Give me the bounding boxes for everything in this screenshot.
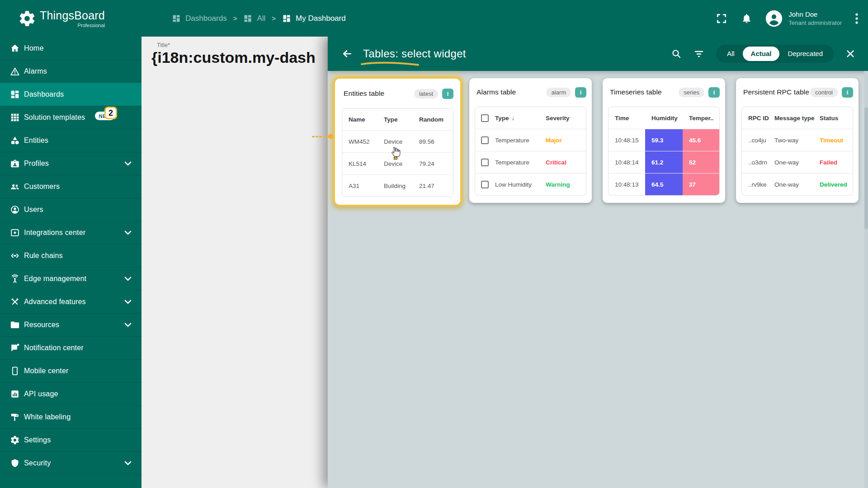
row-checkbox[interactable] — [481, 136, 489, 144]
widget-card-entities-table[interactable]: Entities table latest i Name Type Random… — [336, 80, 459, 204]
phone-icon — [10, 366, 20, 376]
table-row: 10:48:15 59.3 45.6 — [609, 129, 719, 151]
sidebar-item-resources[interactable]: Resources — [0, 313, 142, 336]
tour-underline — [360, 61, 420, 66]
tour-step-badge: 2 — [104, 107, 117, 119]
code-brackets-icon — [10, 251, 20, 261]
sidebar-item-settings[interactable]: Settings — [0, 428, 142, 451]
deprecated-filter-toggle: All Actual Deprecated — [716, 45, 834, 63]
toggle-deprecated[interactable]: Deprecated — [779, 47, 831, 61]
breadcrumb-my-dashboard[interactable]: My Dashboard — [282, 14, 346, 23]
sidebar-item-alarms[interactable]: Alarms — [0, 60, 142, 83]
widget-card-timeseries-table[interactable]: Timeseries table series i Time Humidity … — [603, 78, 725, 203]
widget-card-title: Persistent RPC table — [743, 88, 809, 96]
sidebar-item-customers[interactable]: Customers — [0, 175, 142, 198]
brand-name: ThingsBoard — [40, 9, 105, 22]
sidebar-item-api-usage[interactable]: API usage — [0, 382, 142, 405]
antenna-icon — [10, 274, 20, 284]
chevron-down-icon — [124, 461, 132, 465]
info-icon[interactable]: i — [708, 87, 720, 98]
user-menu[interactable]: John Doe Tenant administrator — [766, 10, 842, 27]
scrollbar-thumb[interactable] — [864, 107, 868, 229]
shapes-icon — [10, 136, 20, 145]
widget-type-badge: latest — [414, 89, 438, 99]
thingsboard-logo-icon — [18, 9, 36, 28]
filter-icon[interactable] — [693, 48, 704, 59]
sidebar-item-mobile-center[interactable]: Mobile center — [0, 359, 142, 382]
humidity-cell: 59.3 — [645, 129, 683, 151]
widget-preview-table: RPC ID Message type Status ..co4ju Two-w… — [741, 107, 853, 196]
info-icon[interactable]: i — [842, 87, 853, 98]
breadcrumb: Dashboards > All > My Dashboard — [172, 14, 346, 23]
back-arrow-icon[interactable] — [341, 48, 353, 60]
chevron-down-icon — [124, 161, 132, 166]
sidebar-item-integrations-center[interactable]: Integrations center — [0, 221, 142, 244]
rpc-status-value: Timeout — [820, 137, 853, 144]
sidebar-item-advanced-features[interactable]: Advanced features — [0, 290, 142, 313]
brand-subtitle: Professional — [40, 23, 105, 28]
sidebar-item-entities[interactable]: Entities — [0, 129, 142, 152]
sidebar-item-solution-templates[interactable]: Solution templates — [0, 106, 142, 129]
row-checkbox[interactable] — [481, 159, 489, 166]
table-row: Temperature Critical — [475, 151, 586, 173]
close-icon[interactable] — [845, 49, 855, 59]
sidebar-item-security[interactable]: Security — [0, 451, 142, 474]
table-row: ..co4ju Two-way Timeout — [742, 129, 853, 151]
table-row: ..rv9ke One-way Delivered — [742, 173, 853, 195]
shield-icon — [10, 458, 20, 468]
select-all-checkbox[interactable] — [481, 114, 489, 122]
select-widget-panel: Tables: select widget All Actual Depreca… — [328, 37, 868, 488]
info-icon[interactable]: i — [442, 89, 453, 99]
row-checkbox[interactable] — [481, 181, 489, 188]
sidebar-item-white-labeling[interactable]: White labeling — [0, 405, 142, 428]
toggle-actual[interactable]: Actual — [743, 47, 780, 61]
widget-card-alarms-table[interactable]: Alarms table alarm i Type↓ Severity Temp… — [469, 78, 592, 203]
temperature-cell: 37 — [683, 174, 719, 195]
widget-card-persistent-rpc-table[interactable]: Persistent RPC table control i RPC ID Me… — [736, 78, 859, 203]
severity-value: Warning — [546, 181, 586, 188]
sidebar-item-users[interactable]: Users — [0, 198, 142, 221]
humidity-cell: 61.2 — [645, 151, 683, 173]
table-row: 10:48:14 61.2 52 — [609, 151, 719, 173]
dashboard-icon — [243, 14, 252, 23]
avatar[interactable] — [766, 10, 782, 27]
widget-type-badge: control — [810, 88, 838, 97]
sortable-column-header[interactable]: Type↓ — [495, 114, 546, 122]
chevron-down-icon — [124, 230, 132, 235]
more-options-icon[interactable] — [855, 13, 858, 24]
severity-value: Critical — [546, 159, 586, 166]
fullscreen-icon[interactable] — [716, 13, 727, 24]
title-field-value[interactable]: {i18n:custom.my-dash — [151, 49, 316, 66]
sidebar-item-notification-center[interactable]: Notification center — [0, 336, 142, 359]
sidebar-item-dashboards[interactable]: Dashboards — [0, 83, 142, 106]
hand-cursor-icon — [390, 145, 402, 160]
sidebar-item-profiles[interactable]: Profiles — [0, 152, 142, 175]
rpc-status-value: Delivered — [820, 181, 853, 188]
table-row: Temperature Major — [475, 129, 586, 151]
widget-preview-table: Time Humidity Temper.. 10:48:15 59.3 45.… — [608, 107, 720, 196]
widget-type-badge: series — [679, 88, 704, 97]
sidebar-item-home[interactable]: Home — [0, 37, 142, 60]
gear-icon — [10, 435, 20, 445]
scrollbar[interactable] — [864, 71, 868, 488]
breadcrumb-all[interactable]: All — [243, 14, 265, 23]
sidebar-item-rule-chains[interactable]: Rule chains — [0, 244, 142, 267]
search-icon[interactable] — [671, 48, 682, 59]
tour-highlight-ring: Entities table latest i Name Type Random… — [333, 77, 462, 206]
chevron-down-icon — [124, 300, 132, 304]
tour-arrow — [312, 136, 329, 137]
people-icon — [10, 182, 20, 192]
temperature-cell: 45.6 — [683, 129, 719, 151]
breadcrumb-separator: > — [272, 14, 276, 22]
sidebar-item-edge-management[interactable]: Edge management — [0, 267, 142, 290]
notifications-bell-icon[interactable] — [741, 13, 752, 24]
table-row: A31 Building 21.47 — [342, 174, 453, 197]
toggle-all[interactable]: All — [719, 47, 743, 61]
chevron-down-icon — [124, 277, 132, 281]
thingsboard-logo[interactable]: ThingsBoard Professional — [18, 9, 122, 28]
grid-apps-icon — [10, 113, 20, 122]
breadcrumb-dashboards[interactable]: Dashboards — [172, 14, 227, 23]
info-icon[interactable]: i — [575, 87, 586, 98]
title-field-label: Title* — [157, 42, 170, 48]
sort-descending-icon: ↓ — [512, 114, 515, 122]
